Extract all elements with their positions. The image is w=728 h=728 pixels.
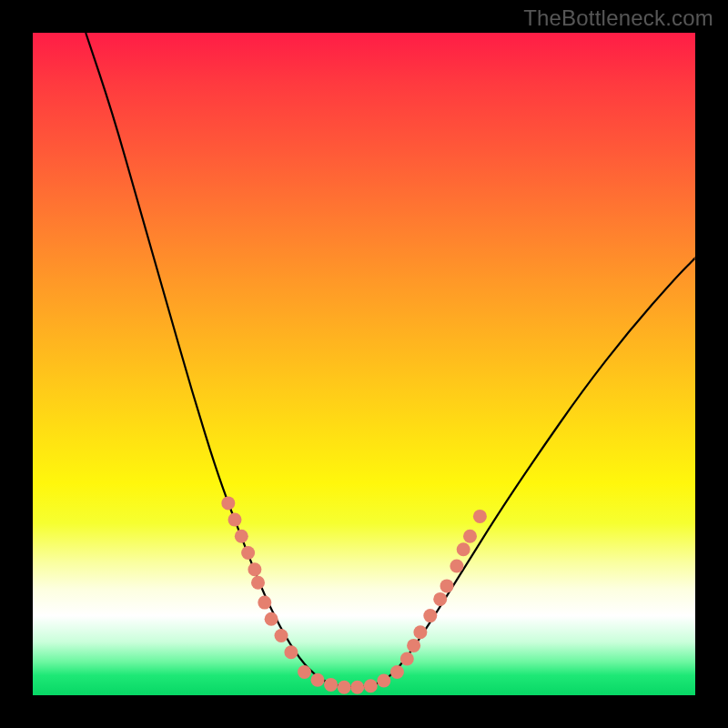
- chart-frame: TheBottleneck.com: [0, 0, 728, 728]
- data-point: [440, 579, 454, 592]
- data-points-bottom: [298, 665, 404, 694]
- data-point: [311, 673, 325, 687]
- bottleneck-curve: [86, 33, 695, 687]
- data-point: [423, 609, 437, 622]
- data-point: [241, 546, 255, 560]
- data-point: [221, 496, 235, 510]
- data-point: [350, 681, 364, 694]
- data-point: [407, 639, 420, 652]
- data-point: [463, 530, 477, 543]
- data-point: [251, 576, 265, 590]
- data-point: [413, 625, 427, 639]
- data-point: [235, 530, 248, 543]
- data-point: [248, 562, 261, 576]
- data-point: [298, 665, 311, 679]
- chart-svg: [33, 33, 695, 695]
- data-point: [265, 612, 278, 626]
- data-point: [364, 679, 378, 693]
- data-point: [338, 681, 351, 694]
- watermark-text: TheBottleneck.com: [523, 5, 713, 31]
- data-point: [390, 665, 404, 679]
- data-point: [450, 560, 463, 573]
- plot-area: [33, 33, 695, 695]
- data-point: [228, 513, 242, 527]
- data-point: [457, 542, 470, 556]
- data-point: [377, 674, 390, 688]
- data-points-left: [221, 496, 298, 659]
- data-point: [433, 592, 447, 606]
- data-point: [258, 596, 271, 610]
- data-points-right: [400, 510, 487, 666]
- data-point: [284, 645, 298, 659]
- data-point: [275, 629, 288, 642]
- data-point: [324, 678, 338, 692]
- data-point: [473, 510, 487, 523]
- data-point: [400, 652, 414, 666]
